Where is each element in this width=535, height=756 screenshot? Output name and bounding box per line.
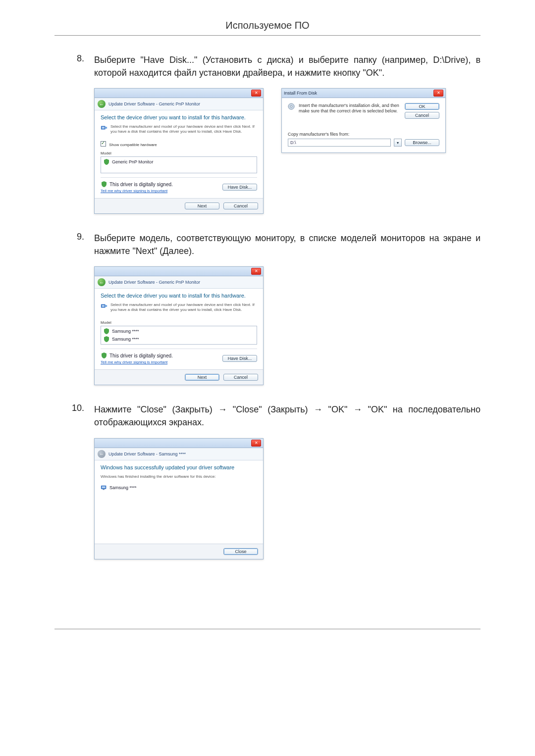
- list-item[interactable]: Samsung ****: [103, 327, 255, 335]
- step-9: 9. Выберите модель, соответствующую мони…: [54, 232, 481, 257]
- close-button[interactable]: Close: [223, 548, 258, 555]
- step-9-text: Выберите модель, соответствующую монитор…: [94, 232, 481, 257]
- next-button[interactable]: Next: [185, 374, 219, 381]
- path-input[interactable]: D:\: [288, 139, 391, 147]
- step-10-number: 10.: [54, 403, 84, 429]
- model-name: Generic PnP Monitor: [112, 159, 153, 164]
- back-icon[interactable]: ←: [98, 100, 106, 108]
- step-8: 8. Выберите "Have Disk..." (Установить с…: [54, 53, 481, 79]
- hardware-icon: [101, 302, 107, 309]
- step-8-number: 8.: [54, 53, 84, 79]
- dialog-instruction: Select the manufacturer and model of you…: [110, 302, 257, 312]
- shield-icon: [103, 328, 110, 335]
- shield-icon: [101, 352, 107, 359]
- install-from-disk-dialog: Install From Disk ✕ Insert the manufactu…: [281, 88, 446, 153]
- dialog-instruction: Windows has finished installing the driv…: [101, 474, 257, 479]
- shield-icon: [103, 336, 110, 343]
- signed-status: This driver is digitally signed.: [109, 353, 173, 358]
- breadcrumb: Update Driver Software - Samsung ****: [108, 452, 186, 456]
- model-name: Samsung ****: [112, 329, 139, 334]
- step-10-text: Нажмите "Close" (Закрыть) → "Close" (Зак…: [94, 403, 481, 429]
- chevron-down-icon[interactable]: ▾: [394, 139, 402, 147]
- have-disk-button[interactable]: Have Disk...: [222, 184, 257, 191]
- signed-status: This driver is digitally signed.: [109, 182, 173, 187]
- model-name: Samsung ****: [112, 337, 139, 342]
- dialog-instruction: Insert the manufacturer's installation d…: [299, 103, 401, 114]
- update-driver-dialog-2: ✕ ← Update Driver Software - Generic PnP…: [94, 266, 264, 385]
- copy-from-label: Copy manufacturer's files from:: [288, 132, 439, 137]
- breadcrumb: Update Driver Software - Generic PnP Mon…: [108, 280, 200, 285]
- device-name: Samsung ****: [109, 485, 137, 490]
- update-driver-dialog-1: ✕ ← Update Driver Software - Generic PnP…: [94, 88, 264, 214]
- page-title: Используемое ПО: [54, 20, 481, 36]
- list-item[interactable]: Generic PnP Monitor: [103, 158, 255, 166]
- model-list[interactable]: Samsung **** Samsung ****: [101, 326, 257, 345]
- ok-button[interactable]: OK: [405, 103, 439, 110]
- dialog-heading: Select the device driver you want to ins…: [101, 114, 257, 120]
- svg-rect-1: [102, 127, 105, 129]
- svg-point-4: [290, 105, 292, 107]
- model-column-header: Model: [101, 320, 257, 325]
- step-9-number: 9.: [54, 232, 84, 257]
- step-8-text: Выберите "Have Disk..." (Установить с ди…: [94, 53, 481, 79]
- shield-icon: [101, 181, 107, 188]
- next-button[interactable]: Next: [185, 202, 219, 209]
- show-compatible-label: Show compatible hardware: [109, 143, 157, 147]
- step-10: 10. Нажмите "Close" (Закрыть) → "Close" …: [54, 403, 481, 429]
- signing-info-link[interactable]: Tell me why driver signing is important: [101, 360, 173, 364]
- svg-rect-9: [102, 486, 106, 488]
- svg-rect-6: [102, 305, 105, 307]
- svg-rect-2: [106, 127, 107, 129]
- breadcrumb: Update Driver Software - Generic PnP Mon…: [108, 101, 200, 106]
- svg-rect-7: [106, 305, 107, 307]
- back-icon: ←: [98, 450, 106, 458]
- footer-rule: [54, 629, 481, 629]
- browse-button[interactable]: Browse...: [405, 139, 439, 146]
- close-icon[interactable]: ✕: [433, 90, 443, 97]
- update-driver-success-dialog: ✕ ← Update Driver Software - Samsung ***…: [94, 438, 264, 559]
- model-column-header: Model: [101, 151, 257, 155]
- cancel-button[interactable]: Cancel: [405, 112, 439, 119]
- cancel-button[interactable]: Cancel: [223, 202, 258, 209]
- dialog-heading: Windows has successfully updated your dr…: [101, 464, 257, 470]
- cancel-button[interactable]: Cancel: [223, 374, 258, 381]
- disc-icon: [288, 103, 295, 110]
- monitor-icon: [101, 484, 107, 491]
- path-value: D:\: [290, 140, 296, 145]
- model-list[interactable]: Generic PnP Monitor: [101, 156, 257, 173]
- dialog-heading: Select the device driver you want to ins…: [101, 293, 257, 299]
- window-caption: Install From Disk: [284, 91, 432, 96]
- hardware-icon: [101, 124, 107, 131]
- shield-icon: [103, 158, 110, 165]
- list-item[interactable]: Samsung ****: [103, 335, 255, 343]
- close-icon[interactable]: ✕: [251, 440, 261, 447]
- have-disk-button[interactable]: Have Disk...: [222, 355, 257, 362]
- svg-rect-10: [103, 489, 105, 490]
- close-icon[interactable]: ✕: [251, 268, 261, 275]
- close-icon[interactable]: ✕: [251, 90, 261, 97]
- signing-info-link[interactable]: Tell me why driver signing is important: [101, 189, 173, 193]
- back-icon[interactable]: ←: [98, 278, 106, 286]
- dialog-instruction: Select the manufacturer and model of you…: [110, 124, 257, 134]
- show-compatible-checkbox[interactable]: [101, 141, 106, 147]
